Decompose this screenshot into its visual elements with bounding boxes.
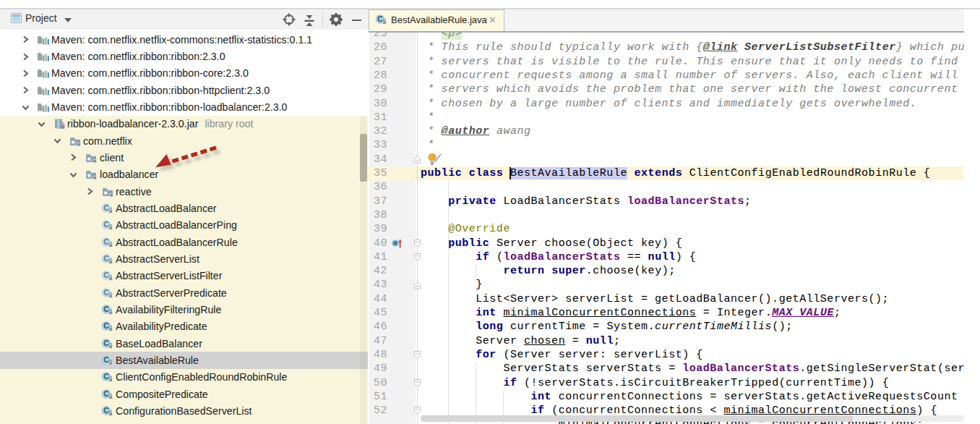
- svg-text:C: C: [103, 288, 109, 297]
- svg-text:C: C: [103, 203, 109, 212]
- svg-text:C: C: [103, 321, 109, 330]
- svg-text:C: C: [103, 406, 109, 415]
- svg-text:C: C: [103, 254, 109, 263]
- svg-text:C: C: [103, 372, 109, 381]
- svg-text:C: C: [103, 305, 109, 313]
- svg-text:C: C: [103, 339, 109, 347]
- svg-text:C: C: [103, 389, 109, 398]
- svg-text:C: C: [377, 14, 383, 23]
- svg-text:C: C: [103, 237, 109, 246]
- svg-text:C: C: [103, 271, 109, 279]
- svg-text:C: C: [103, 355, 109, 364]
- svg-text:C: C: [103, 220, 109, 229]
